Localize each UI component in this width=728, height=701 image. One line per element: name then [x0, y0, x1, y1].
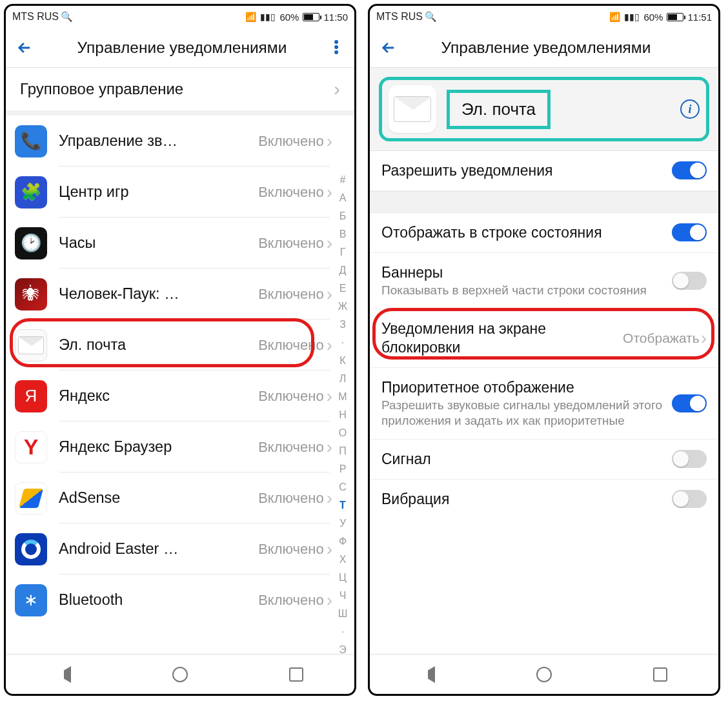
yandex-browser-app-icon: Y: [15, 431, 47, 463]
nav-home-button[interactable]: [170, 665, 190, 684]
nav-recent-button[interactable]: [287, 665, 306, 684]
app-row-phone-manager[interactable]: 📞 Управление зв… Включено ›: [6, 116, 354, 167]
app-row-clock[interactable]: 🕑 Часы Включено ›: [6, 218, 354, 269]
annotation-highlight-red: [372, 308, 714, 360]
app-row-yandex-browser[interactable]: Y Яндекс Браузер Включено ›: [6, 422, 354, 472]
alphabet-index-rail[interactable]: #АБВГДЕЖЗ·КЛМНОПРСТУФХЦЧШ·ЭЮЯZ: [333, 171, 352, 654]
status-bar: MTS RUS🔍 📶 ▮▮▯ 60% 11:51: [370, 6, 718, 28]
adsense-app-icon: [15, 482, 47, 514]
signal-icon: ▮▮▯: [260, 12, 276, 22]
index-letter[interactable]: Ф: [339, 533, 347, 551]
app-row-spiderman[interactable]: 🕷 Человек-Паук: … Включено ›: [6, 269, 354, 320]
wifi-icon: 📶: [609, 12, 620, 22]
index-letter[interactable]: ·: [341, 623, 344, 641]
index-letter[interactable]: А: [339, 189, 347, 207]
setting-title: Приоритетное отображение: [381, 378, 672, 397]
index-letter[interactable]: З: [339, 316, 346, 334]
app-status: Включено: [258, 541, 323, 558]
index-letter[interactable]: К: [339, 352, 345, 370]
index-letter[interactable]: Ч: [339, 587, 347, 605]
index-letter[interactable]: Л: [339, 370, 347, 388]
setting-sound[interactable]: Сигнал: [370, 440, 718, 480]
index-letter[interactable]: Э: [339, 641, 347, 654]
index-letter[interactable]: Б: [339, 207, 347, 225]
app-status: Включено: [258, 133, 323, 150]
phone-app-icon: 📞: [15, 125, 47, 157]
app-row-yandex[interactable]: Я Яндекс Включено ›: [6, 371, 354, 422]
chevron-right-icon: ›: [327, 539, 332, 560]
app-header-block: Эл. почта i: [370, 68, 718, 151]
clock: 11:51: [687, 12, 712, 23]
status-bar: MTS RUS🔍 📶 ▮▮▯ 60% 11:50: [6, 6, 354, 28]
setting-title: Сигнал: [381, 450, 672, 469]
signal-icon: ▮▮▯: [624, 12, 640, 22]
index-letter[interactable]: У: [339, 514, 346, 533]
setting-banners[interactable]: Баннеры Показывать в верхней части строк…: [370, 253, 718, 310]
spiderman-app-icon: 🕷: [15, 278, 47, 310]
index-letter[interactable]: Ж: [338, 298, 348, 316]
setting-vibration[interactable]: Вибрация: [370, 480, 718, 519]
setting-priority-display[interactable]: Приоритетное отображение Разрешить звуко…: [370, 368, 718, 440]
index-letter[interactable]: Г: [340, 243, 346, 261]
index-letter[interactable]: Р: [339, 460, 347, 478]
group-management-label: Групповое управление: [20, 80, 183, 98]
index-letter[interactable]: О: [339, 424, 347, 442]
setting-statusbar-display[interactable]: Отображать в строке состояния: [370, 213, 718, 253]
search-icon: 🔍: [61, 11, 73, 23]
app-label: AdSense: [59, 489, 120, 507]
toggle-statusbar[interactable]: [672, 223, 707, 241]
chevron-right-icon: ›: [334, 78, 340, 100]
nav-back-button[interactable]: [54, 665, 74, 684]
android-app-icon: [15, 533, 47, 565]
index-letter[interactable]: Т: [339, 496, 346, 514]
app-label: Человек-Паук: …: [59, 285, 179, 303]
app-row-android-easter[interactable]: Android Easter … Включено ›: [6, 523, 354, 574]
phone-right: MTS RUS🔍 📶 ▮▮▯ 60% 11:51 Управление увед…: [368, 4, 720, 696]
index-letter[interactable]: С: [339, 478, 347, 496]
carrier-label: MTS RUS: [376, 11, 423, 23]
toggle-sound[interactable]: [672, 450, 707, 468]
app-label: Центр игр: [59, 183, 129, 201]
index-letter[interactable]: Е: [339, 279, 347, 298]
setting-title: Разрешить уведомления: [381, 161, 672, 180]
index-letter[interactable]: Ш: [338, 605, 348, 623]
more-menu-button[interactable]: •••: [325, 40, 348, 56]
page-title: Управление уведомлениями: [403, 39, 689, 57]
app-row-bluetooth[interactable]: ∗ Bluetooth Включено ›: [6, 574, 354, 625]
bluetooth-app-icon: ∗: [15, 584, 47, 616]
app-info-button[interactable]: i: [680, 99, 700, 119]
group-management-row[interactable]: Групповое управление ›: [6, 68, 354, 116]
page-title: Управление уведомлениями: [39, 39, 325, 57]
app-bar: Управление уведомлениями: [370, 28, 718, 68]
index-letter[interactable]: #: [340, 171, 346, 189]
chevron-right-icon: ›: [327, 590, 332, 611]
back-button[interactable]: [374, 33, 403, 63]
toggle-priority[interactable]: [672, 394, 707, 412]
nav-back-button[interactable]: [418, 665, 438, 684]
index-letter[interactable]: Н: [339, 406, 347, 424]
index-letter[interactable]: ·: [341, 334, 344, 352]
index-letter[interactable]: Д: [339, 261, 347, 279]
nav-home-button[interactable]: [534, 665, 554, 684]
battery-percent: 60%: [279, 12, 299, 23]
app-status: Включено: [258, 286, 323, 303]
toggle-allow-notifications[interactable]: [672, 161, 707, 179]
setting-title: Вибрация: [381, 490, 672, 509]
index-letter[interactable]: М: [338, 388, 347, 406]
index-letter[interactable]: П: [339, 442, 347, 460]
index-letter[interactable]: Х: [339, 551, 347, 569]
app-status: Включено: [258, 592, 323, 609]
section-divider: [370, 191, 718, 213]
setting-allow-notifications[interactable]: Разрешить уведомления: [370, 151, 718, 191]
setting-title: Баннеры: [381, 263, 672, 282]
back-button[interactable]: [10, 33, 39, 63]
app-row-game-center[interactable]: 🧩 Центр игр Включено ›: [6, 167, 354, 218]
toggle-banners[interactable]: [672, 272, 707, 290]
nav-recent-button[interactable]: [651, 665, 670, 684]
index-letter[interactable]: Ц: [339, 569, 347, 587]
annotation-highlight-teal: Эл. почта i: [379, 77, 709, 141]
yandex-app-icon: Я: [15, 380, 47, 412]
index-letter[interactable]: В: [339, 225, 347, 243]
app-row-adsense[interactable]: AdSense Включено ›: [6, 472, 354, 523]
toggle-vibration[interactable]: [672, 490, 707, 508]
